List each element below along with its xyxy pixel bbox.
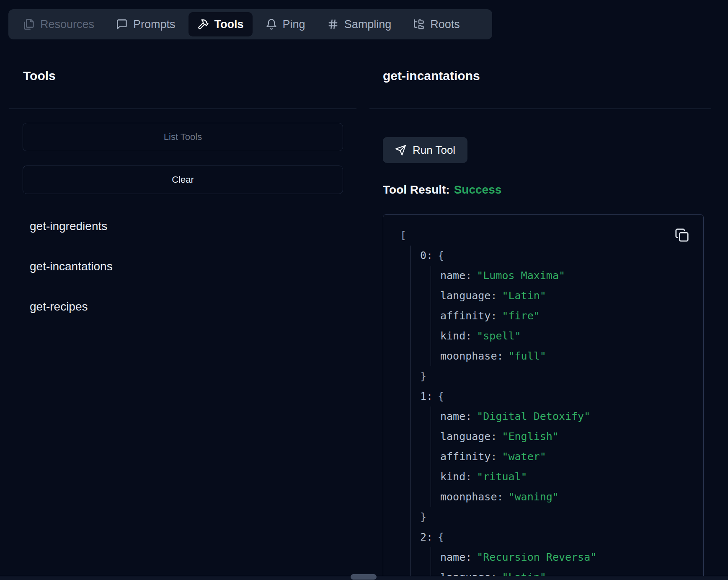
tools-panel-title: Tools — [23, 69, 356, 83]
bottom-panel-edge — [0, 576, 728, 580]
run-tool-label: Run Tool — [413, 144, 455, 157]
json-item-body: name:"Digital Detoxify" language:"Englis… — [431, 407, 692, 507]
json-field: language:"Latin" — [440, 286, 692, 306]
json-item-header[interactable]: 1:{ — [420, 386, 692, 407]
tool-result-label: Tool Result: — [383, 183, 450, 196]
json-item-close: } — [420, 507, 692, 527]
json-open-bracket: [ — [400, 225, 692, 246]
clear-button[interactable]: Clear — [23, 166, 343, 194]
tool-list-item-get-recipes[interactable]: get-recipes — [30, 300, 356, 313]
json-array-body: 0:{ name:"Lumos Maxima" language:"Latin"… — [410, 246, 692, 580]
tool-list-item-get-incantations[interactable]: get-incantations — [30, 260, 356, 273]
tool-list-item-get-ingredients[interactable]: get-ingredients — [30, 220, 356, 233]
panel-divider — [9, 109, 356, 109]
json-item-body: name:"Recursion Reversa" language:"Latin… — [431, 547, 692, 580]
json-field: kind:"ritual" — [440, 467, 692, 487]
selected-tool-title: get-incantations — [383, 69, 711, 83]
tool-detail-panel: get-incantations Run Tool Tool Result:Su… — [369, 0, 711, 580]
panel-divider — [369, 109, 711, 109]
json-item-header[interactable]: 2:{ — [420, 527, 692, 547]
json-field: moonphase:"waning" — [440, 487, 692, 507]
json-field: name:"Lumos Maxima" — [440, 266, 692, 286]
json-field: affinity:"water" — [440, 447, 692, 467]
json-field: name:"Digital Detoxify" — [440, 407, 692, 427]
json-field: affinity:"fire" — [440, 306, 692, 326]
json-item-header[interactable]: 0:{ — [420, 246, 692, 266]
status-badge: Success — [454, 183, 502, 196]
json-field: kind:"spell" — [440, 326, 692, 346]
run-tool-button[interactable]: Run Tool — [383, 137, 467, 163]
tool-list: get-ingredients get-incantations get-rec… — [30, 220, 356, 313]
tool-result-json-viewer: [ 0:{ name:"Lumos Maxima" language:"Lati… — [383, 214, 704, 580]
json-field: language:"English" — [440, 427, 692, 447]
copy-icon — [675, 228, 691, 242]
tools-panel: Tools List Tools Clear get-ingredients g… — [9, 0, 356, 340]
send-icon — [395, 145, 406, 156]
json-item-close: } — [420, 366, 692, 386]
json-field: name:"Recursion Reversa" — [440, 547, 692, 567]
json-field: moonphase:"full" — [440, 346, 692, 366]
json-item-body: name:"Lumos Maxima" language:"Latin" aff… — [431, 266, 692, 366]
copy-button[interactable] — [675, 227, 691, 243]
splitter-drag-handle[interactable] — [351, 574, 377, 580]
tool-result-line: Tool Result:Success — [383, 183, 711, 197]
list-tools-button[interactable]: List Tools — [23, 123, 343, 151]
